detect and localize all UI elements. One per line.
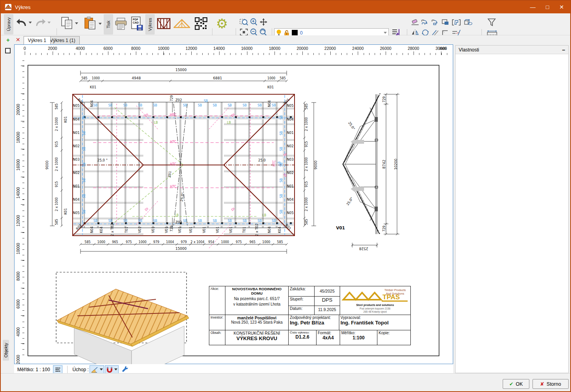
svg-text:Steel products and solutions: Steel products and solutions: [356, 304, 394, 307]
zoom-in-button[interactable]: [250, 18, 258, 26]
svg-text:SB: SB: [243, 219, 247, 223]
cislo-cell: Číslo výkresu: D1.2.6: [288, 330, 317, 345]
settings-button[interactable]: ⚙: [216, 16, 228, 31]
redo-dropdown-caret[interactable]: [48, 22, 51, 24]
svg-text:585: 585: [55, 219, 59, 225]
svg-text:N04: N04: [267, 100, 271, 107]
house-3d-render[interactable]: [56, 272, 189, 365]
svg-text:1000: 1000: [139, 240, 146, 244]
copy-objects-button[interactable]: [421, 19, 430, 26]
svg-text:Z02: Z02: [176, 220, 182, 224]
svg-text:SB: SB: [272, 104, 276, 107]
svg-text:HTC: HTC: [170, 163, 176, 166]
snap-magnet-caret[interactable]: [114, 368, 117, 370]
filter-button[interactable]: [487, 18, 496, 27]
svg-text:V01: V01: [151, 227, 155, 233]
svg-text:585: 585: [280, 77, 286, 80]
copy-button[interactable]: [60, 16, 78, 30]
scale-options-button[interactable]: [53, 365, 62, 374]
svg-text:25.0: 25.0: [258, 158, 266, 162]
logo-cell: TPAS Timber Products And Solutions Steel…: [340, 286, 411, 315]
svg-text:729: 729: [170, 95, 174, 101]
tab-vykres-1-1[interactable]: Výkres 1 (1): [46, 36, 80, 44]
truss-design-button[interactable]: [174, 19, 190, 28]
vykres-group-label: Výkres: [145, 14, 155, 35]
truss-layout-button[interactable]: [157, 18, 170, 29]
svg-text:N04: N04: [73, 198, 79, 201]
svg-text:SB: SB: [123, 219, 128, 223]
page-layout-icon[interactable]: [5, 48, 11, 53]
main-toolbar: Úpravy Tisk: [1, 13, 570, 35]
svg-text:SB: SB: [280, 147, 283, 151]
pan-button[interactable]: [259, 18, 268, 26]
svg-text:729: 729: [382, 225, 386, 231]
paste-button[interactable]: [83, 16, 102, 31]
erase-button[interactable]: [411, 19, 419, 26]
snap-settings-button[interactable]: [122, 365, 129, 374]
close-tab-button[interactable]: ✕: [16, 37, 20, 43]
qr-button[interactable]: [195, 17, 207, 30]
move-objects-button[interactable]: [431, 19, 440, 26]
svg-text:HTC: HTC: [273, 160, 276, 167]
svg-text:V01: V01: [138, 227, 142, 233]
layer-dropdown-caret[interactable]: [384, 32, 387, 34]
ok-button[interactable]: ✔ OK: [503, 379, 529, 389]
svg-text:975: 975: [236, 240, 242, 244]
svg-text:LB: LB: [262, 214, 266, 217]
svg-text:915: 915: [55, 181, 59, 187]
maximize-button[interactable]: □: [546, 4, 549, 10]
svg-text:And Solutions: And Solutions: [386, 292, 404, 295]
snap-angle-caret[interactable]: [100, 368, 103, 370]
storno-button[interactable]: ✘ Storno: [533, 379, 569, 389]
pdf-export-button[interactable]: PDF CAD: [130, 16, 144, 31]
datum-label-cell: Datum:: [288, 306, 315, 315]
svg-text:N04: N04: [287, 117, 293, 121]
add-tab-button[interactable]: +: [6, 37, 10, 43]
svg-text:Z02: Z02: [176, 98, 182, 102]
paste-dropdown-caret[interactable]: [99, 23, 102, 25]
svg-text:SB: SB: [243, 104, 247, 107]
zoom-out-button[interactable]: [250, 28, 258, 36]
properties-panel-title: Vlastnosti: [459, 47, 479, 53]
zoom-fit-button[interactable]: [240, 28, 248, 36]
snap-angle-icon: [91, 366, 99, 373]
redo-icon: [35, 17, 46, 27]
drawing-canvas[interactable]: 0200040006000800010000120001400016000180…: [14, 44, 453, 364]
pan-icon: [259, 18, 268, 26]
svg-text:979: 979: [181, 240, 187, 244]
svg-text:8742: 8742: [382, 160, 386, 169]
wrench-icon: [122, 365, 129, 372]
redo-button[interactable]: [35, 17, 51, 27]
svg-text:9000: 9000: [45, 160, 49, 169]
snap-angle-button[interactable]: [90, 365, 104, 374]
svg-text:SB: SB: [108, 104, 113, 107]
copy-dropdown-caret[interactable]: [75, 22, 78, 24]
undo-button[interactable]: [16, 17, 32, 27]
zakazka-value-cell: 45/2025: [314, 286, 340, 297]
minimize-button[interactable]: —: [530, 4, 536, 10]
explode-button[interactable]: [463, 19, 473, 26]
group-button[interactable]: [452, 19, 461, 26]
close-button[interactable]: ✕: [559, 4, 564, 10]
svg-text:585: 585: [84, 240, 90, 244]
svg-text:V01: V01: [336, 225, 345, 230]
zakazka-label-cell: Zakázka:: [288, 286, 315, 297]
undo-dropdown-caret[interactable]: [29, 22, 32, 24]
print-button[interactable]: [115, 17, 127, 31]
zoom-fit-icon: [240, 28, 248, 36]
layer-color-swatch: [292, 30, 298, 36]
tab-vykres-1[interactable]: Výkres 1: [24, 36, 51, 44]
snap-magnet-button[interactable]: [105, 365, 119, 374]
svg-text:N04: N04: [90, 226, 94, 233]
svg-text:N04: N04: [73, 117, 79, 121]
collapse-panel-button[interactable]: –: [562, 47, 565, 53]
investor-label-cell: Investor:: [209, 315, 225, 330]
svg-text:585: 585: [305, 219, 308, 225]
svg-text:585: 585: [277, 240, 283, 244]
svg-text:SB: SB: [280, 178, 283, 183]
svg-text:SB: SB: [280, 115, 283, 120]
svg-text:LB: LB: [154, 121, 158, 125]
overlap-button[interactable]: [441, 19, 450, 26]
zoom-previous-button[interactable]: [259, 28, 267, 36]
zoom-window-button[interactable]: [240, 18, 248, 26]
